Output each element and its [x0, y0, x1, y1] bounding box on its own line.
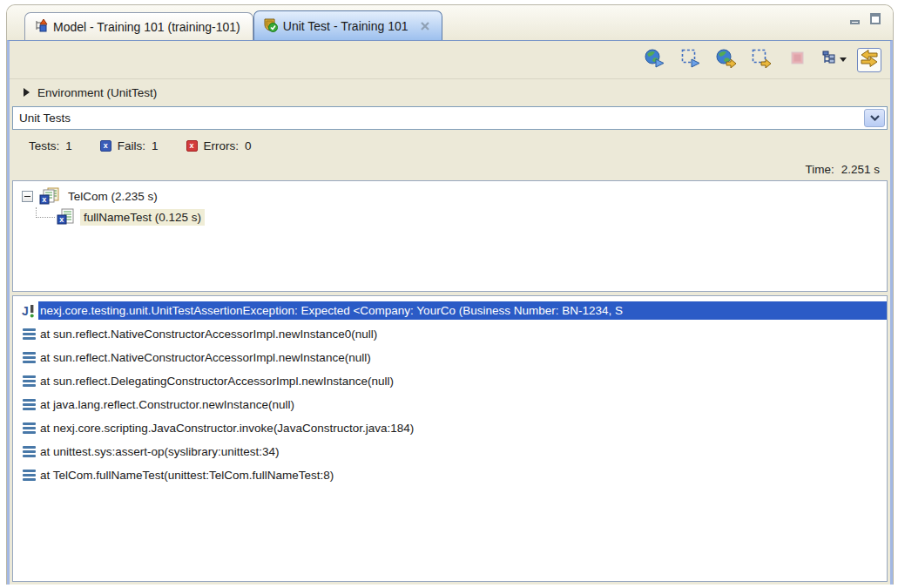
errors-count: 0 [245, 139, 252, 152]
tests-count: 1 [65, 139, 72, 152]
debug-environment-button[interactable] [714, 48, 739, 72]
dashed-box-run-icon [681, 49, 701, 71]
screen: Model - Training 101 (training-101) Unit… [0, 0, 898, 588]
stack-frame-icon [19, 399, 38, 410]
fails-badge-icon: x [100, 140, 111, 152]
trace-row[interactable]: at sun.reflect.DelegatingConstructorAcce… [13, 369, 887, 393]
test-selector-dropdown[interactable]: Unit Tests [12, 106, 888, 130]
summary-bar: Tests: 1 x Fails: 1 x Errors: 0 [10, 132, 890, 159]
swap-arrows-icon [860, 49, 879, 71]
environment-label: Environment (UnitTest) [37, 86, 157, 99]
test-tree: x TelCom (2.235 s) x [12, 180, 888, 292]
dashed-box-debug-icon [752, 49, 773, 71]
trace-text: at nexj.core.scripting.JavaConstructor.i… [38, 419, 415, 437]
run-environment-button[interactable] [643, 48, 667, 72]
stack-frame-icon [19, 446, 38, 457]
tree-row-telcom[interactable]: x TelCom (2.235 s) [13, 186, 887, 206]
toolbar [10, 41, 890, 79]
test-suite-icon: x [39, 187, 60, 205]
tab-model[interactable]: Model - Training 101 (training-101) [24, 12, 253, 40]
trace-row[interactable]: at java.lang.reflect.Constructor.newInst… [13, 393, 887, 416]
errors-badge-icon: x [186, 140, 198, 152]
trace-text: at TelCom.fullNameTest(unittest:TelCom.f… [38, 466, 335, 484]
time-bar: Time: 2.251 s [10, 159, 890, 180]
tree-connector [36, 207, 55, 218]
stack-frame-icon [19, 352, 38, 363]
trace-row-exception[interactable]: J nexj.core.testing.unit.UnitTestAsserti… [13, 299, 887, 322]
time-value: 2.251 s [841, 163, 880, 176]
svg-text:J: J [22, 304, 29, 318]
fails-count: 1 [152, 139, 159, 152]
trace-text: nexj.core.testing.unit.UnitTestAssertion… [38, 301, 887, 320]
stack-frame-icon [19, 375, 38, 387]
tab-bar: Model - Training 101 (training-101) Unit… [7, 5, 893, 40]
tab-label: Unit Test - Training 101 [283, 19, 408, 33]
stop-square-icon [791, 51, 805, 69]
view-content: Environment (UnitTest) Unit Tests Tests:… [7, 40, 893, 585]
expander-collapsed-icon [24, 88, 30, 97]
tab-label: Model - Training 101 (training-101) [53, 20, 240, 34]
run-selected-button[interactable] [679, 48, 703, 72]
view-hierarchy-menu-button[interactable] [821, 48, 846, 72]
trace-text: at unittest.sys:assert-op(syslibrary:uni… [38, 443, 281, 461]
stack-frame-icon [19, 328, 38, 340]
debug-selected-button[interactable] [750, 48, 774, 72]
fails-label: Fails: [118, 139, 145, 152]
maximize-view-icon[interactable] [868, 12, 882, 24]
stop-button [786, 48, 810, 72]
trace-text: at sun.reflect.DelegatingConstructorAcce… [38, 372, 395, 390]
tree-item-label: TelCom (2.235 s) [64, 188, 161, 205]
trace-text: at java.lang.reflect.Constructor.newInst… [38, 395, 296, 414]
stack-trace-list: J nexj.core.testing.unit.UnitTestAsserti… [12, 295, 888, 582]
trace-row[interactable]: at unittest.sys:assert-op(syslibrary:uni… [13, 440, 887, 463]
globe-debug-icon [716, 49, 737, 71]
test-selector-value: Unit Tests [19, 112, 71, 125]
trace-row[interactable]: at sun.reflect.NativeConstructorAccessor… [13, 322, 887, 346]
tests-label: Tests: [29, 139, 59, 152]
unit-test-shield-icon [263, 17, 278, 35]
trace-text: at sun.reflect.NativeConstructorAccessor… [38, 348, 373, 367]
chevron-down-icon [840, 57, 847, 62]
unit-test-view: Model - Training 101 (training-101) Unit… [6, 4, 894, 585]
stack-frame-icon [19, 470, 38, 481]
stack-frame-icon [19, 422, 38, 434]
test-case-icon: x [57, 208, 76, 226]
java-exception-icon: J [19, 303, 38, 319]
view-window-controls [847, 12, 882, 24]
trace-row[interactable]: at nexj.core.scripting.JavaConstructor.i… [13, 416, 887, 440]
errors-label: Errors: [204, 139, 240, 152]
tree-item-label: fullNameTest (0.125 s) [80, 209, 205, 226]
combo-chevron-icon[interactable] [864, 109, 885, 127]
tree-collapse-icon[interactable] [22, 191, 33, 202]
trace-row[interactable]: at TelCom.fullNameTest(unittest:TelCom.f… [13, 463, 887, 487]
time-label: Time: [805, 163, 834, 176]
trace-text: at sun.reflect.NativeConstructorAccessor… [38, 325, 379, 343]
svg-text:x: x [42, 195, 46, 204]
close-tab-icon[interactable] [421, 22, 429, 30]
environment-section-header[interactable]: Environment (UnitTest) [10, 79, 890, 105]
model-icon [34, 18, 48, 35]
link-with-editor-button[interactable] [857, 48, 881, 72]
tab-unit-test[interactable]: Unit Test - Training 101 [253, 10, 442, 40]
minimize-view-icon[interactable] [847, 12, 861, 24]
svg-text:x: x [59, 215, 64, 224]
hierarchy-icon [821, 51, 837, 70]
trace-row[interactable]: at sun.reflect.NativeConstructorAccessor… [13, 346, 887, 369]
globe-run-icon [645, 49, 665, 71]
tree-row-fullnametest[interactable]: x fullNameTest (0.125 s) [13, 206, 887, 227]
